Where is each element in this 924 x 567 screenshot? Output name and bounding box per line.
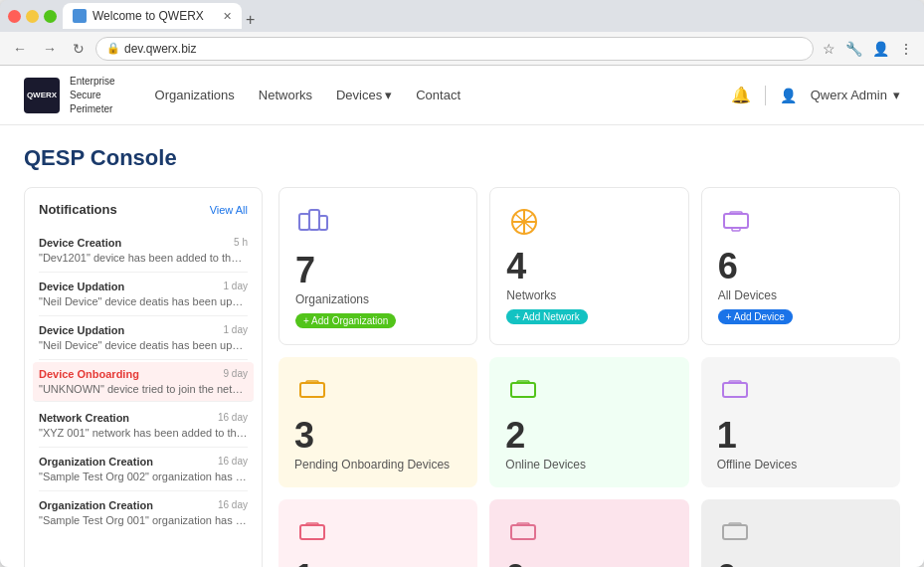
logo-area: QWERX Enterprise Secure Perimeter (24, 75, 115, 116)
notif-text-2: "Neil Device" device deatis has been upd… (39, 295, 248, 307)
cloned-count: 0 (505, 560, 525, 567)
active-tab[interactable]: Welcome to QWERX ✕ (63, 3, 242, 29)
browser-window: Welcome to QWERX ✕ + ← → ↻ 🔒 dev.qwerx.b… (0, 0, 924, 567)
browser-titlebar: Welcome to QWERX ✕ + (0, 0, 924, 32)
stat-card-online[interactable]: 2 Online Devices (489, 357, 688, 487)
pending-label: Pending Onboarding Devices (294, 458, 450, 472)
offline-count: 1 (717, 418, 737, 454)
browser-toolbar: ← → ↻ 🔒 dev.qwerx.biz ☆ 🔧 👤 ⋮ (0, 32, 924, 66)
tab-close-icon[interactable]: ✕ (223, 10, 232, 23)
nav-devices[interactable]: Devices ▾ (336, 88, 392, 102)
all-devices-count: 6 (718, 249, 738, 284)
notif-item-5: Network Creation 16 day "XYZ 001" networ… (39, 404, 248, 448)
tab-title: Welcome to QWERX (92, 9, 217, 23)
logo-line3: Perimeter (70, 102, 115, 116)
disabled-count: 0 (717, 560, 737, 567)
online-label: Online Devices (505, 458, 586, 472)
win-maximize-btn[interactable] (44, 10, 57, 23)
nav-networks[interactable]: Networks (259, 88, 312, 102)
notif-time-2: 1 day (224, 281, 248, 292)
stat-card-cloned[interactable]: 0 Cloned Devices (489, 499, 688, 567)
notifications-panel: Notifications View All Device Creation 5… (24, 187, 263, 567)
svg-rect-2 (319, 216, 327, 230)
notif-time-7: 16 day (218, 499, 248, 511)
notif-item-4: Device Onboarding 9 day "UNKNOWN" device… (33, 362, 254, 402)
svg-rect-21 (723, 525, 747, 539)
extensions-icon[interactable]: 🔧 (842, 38, 865, 60)
new-tab-button[interactable]: + (242, 11, 259, 29)
notif-type-7: Organization Creation (39, 499, 153, 511)
notif-time-5: 16 day (218, 412, 248, 424)
top-nav: QWERX Enterprise Secure Perimeter Organi… (0, 66, 924, 125)
notif-item-3: Device Updation 1 day "Neil Device" devi… (39, 316, 248, 360)
notif-item-6: Organization Creation 16 day "Sample Tes… (39, 448, 248, 491)
networks-icon (506, 204, 542, 243)
notif-time-4: 9 day (224, 368, 248, 380)
nav-contact[interactable]: Contact (416, 88, 461, 102)
pending-count: 3 (294, 418, 314, 454)
stat-card-rogue[interactable]: 1 Rogue Devices (278, 499, 477, 567)
stat-card-offline[interactable]: 1 Offline Devices (701, 357, 900, 487)
toolbar-icons: ☆ 🔧 👤 ⋮ (820, 38, 916, 60)
back-button[interactable]: ← (8, 38, 32, 60)
stat-card-organizations[interactable]: 7 Organizations + Add Organization (278, 187, 477, 345)
notif-time-6: 16 day (218, 456, 248, 468)
online-count: 2 (505, 418, 525, 454)
content-area: Notifications View All Device Creation 5… (24, 187, 900, 567)
nav-user[interactable]: Qwerx Admin ▾ (811, 88, 900, 102)
svg-rect-11 (300, 383, 324, 397)
all-devices-action[interactable]: + Add Device (718, 308, 793, 324)
forward-button[interactable]: → (38, 38, 62, 60)
menu-icon[interactable]: ⋮ (896, 38, 916, 60)
stat-card-disabled[interactable]: 0 Disabled Devices (701, 499, 900, 567)
nav-organizations[interactable]: Organizations (155, 88, 235, 102)
notif-text-6: "Sample Test Org 002" organization has b… (39, 471, 248, 482)
svg-rect-15 (723, 383, 747, 397)
logo-line2: Secure (70, 89, 115, 102)
pending-icon (294, 373, 330, 412)
online-icon (505, 373, 541, 412)
all-devices-icon (718, 204, 754, 243)
notif-text-1: "Dev1201" device has been added to the n… (39, 252, 248, 264)
notif-item-7: Organization Creation 16 day "Sample Tes… (39, 491, 248, 534)
notif-type-5: Network Creation (39, 412, 129, 424)
user-chevron-icon: ▾ (893, 88, 900, 102)
stats-grid: 7 Organizations + Add Organization 4 Net… (278, 187, 900, 567)
rogue-count: 1 (294, 560, 314, 567)
page-title: QESP Console (24, 145, 900, 171)
add-device-button[interactable]: + Add Device (718, 309, 793, 324)
logo-line1: Enterprise (70, 75, 115, 89)
browser-tabs: Welcome to QWERX ✕ + (63, 3, 910, 29)
svg-rect-0 (299, 214, 309, 230)
nav-right: 🔔 👤 Qwerx Admin ▾ (731, 86, 900, 105)
disabled-icon (717, 515, 753, 554)
networks-action[interactable]: + Add Network (506, 308, 587, 324)
nav-links: Organizations Networks Devices ▾ Contact (155, 88, 731, 102)
notif-type-6: Organization Creation (39, 456, 153, 468)
view-all-link[interactable]: View All (210, 204, 248, 216)
bell-icon[interactable]: 🔔 (731, 86, 751, 104)
svg-rect-13 (511, 383, 535, 397)
logo-text: Enterprise Secure Perimeter (70, 75, 115, 116)
win-close-btn[interactable] (8, 10, 21, 23)
add-network-button[interactable]: + Add Network (506, 309, 587, 324)
notif-type-2: Device Updation (39, 281, 124, 292)
bookmark-star-icon[interactable]: ☆ (820, 38, 838, 60)
nav-divider (765, 86, 766, 105)
notifications-title: Notifications (39, 202, 117, 217)
address-bar[interactable]: 🔒 dev.qwerx.biz (95, 37, 814, 61)
organizations-action[interactable]: + Add Organization (295, 312, 396, 328)
all-devices-label: All Devices (718, 288, 777, 302)
user-icon: 👤 (780, 88, 797, 103)
add-organization-button[interactable]: + Add Organization (295, 313, 396, 328)
stat-card-pending[interactable]: 3 Pending Onboarding Devices (278, 357, 477, 487)
notif-item-1: Device Creation 5 h "Dev1201" device has… (39, 229, 248, 273)
notif-time-3: 1 day (224, 324, 248, 336)
stat-card-networks[interactable]: 4 Networks + Add Network (489, 187, 688, 345)
profile-icon[interactable]: 👤 (869, 38, 892, 60)
refresh-button[interactable]: ↻ (68, 38, 90, 60)
stat-card-all-devices[interactable]: 6 All Devices + Add Device (701, 187, 900, 345)
win-minimize-btn[interactable] (26, 10, 39, 23)
nav-user-label: Qwerx Admin (811, 88, 887, 102)
notif-time-1: 5 h (234, 237, 248, 249)
